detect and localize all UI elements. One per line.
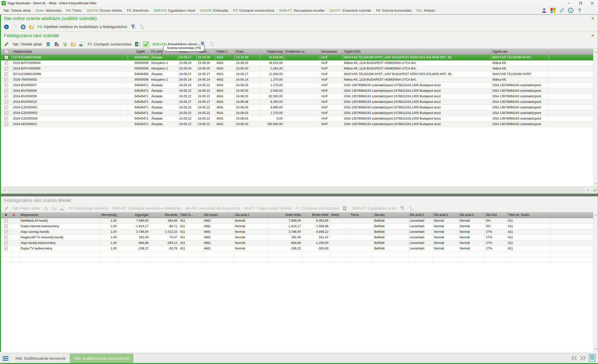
toolbar-action-kijeloltek-letoltese-es-tovabblepes-a-feldolgozashoz[interactable]: F9: Kijelöltek letöltése és továbblépés … [36,24,128,29]
item-row[interactable]: ✓Kiegészítő TV-műsordíj havidíj1,00261,0… [1,235,594,240]
select-all-checkbox[interactable]: ✓ [1,49,12,55]
checkbox-cell[interactable]: ✓ [1,223,11,229]
row-checkbox[interactable]: ✓ [4,236,8,239]
menu-item-oszlopok-szerkesztese[interactable]: F7: Oszlopok szerkesztése [231,9,277,12]
row-checkbox[interactable]: ✓ [5,78,8,81]
info-icon[interactable]: i [3,24,10,30]
help-icon[interactable]: ? [576,7,583,13]
panel-splitter[interactable] [1,194,598,196]
column-header-esed[interactable]: Esed... [235,49,260,55]
restore-button[interactable] [575,0,586,6]
menu-item-kilepes[interactable]: Esc: Kilépés [414,9,438,12]
column-header-afa-anal-3[interactable]: Áfa anal.3 [432,212,458,218]
delete-all-icon[interactable]: A [53,41,60,47]
checkbox-cell[interactable]: ✓ [1,94,12,99]
invoice-row[interactable]: ✓2023-BATV/00000400000006Készpénz-123.09… [1,60,594,66]
column-header-ugyfel-osa[interactable]: Ügyfél OSA [343,49,491,55]
row-checkbox[interactable]: ✓ [5,72,8,76]
tab-xml-konverzio-2[interactable]: XML Szállítószámla konverzió #2 [70,354,133,363]
invoice-row[interactable]: ✓2023-BATV/00000500000006Készpénz-123.09… [1,66,594,71]
toolbar-action-tetelek-ablak[interactable]: Tab: Tételek ablak [11,42,43,47]
column-header-eredeti-biz-sz[interactable]: Eredeti biz.sz. [284,49,320,55]
sync-icon[interactable] [559,7,565,13]
user-icon[interactable] [541,7,547,13]
items-vscrollbar[interactable] [593,212,598,352]
invoice-row[interactable]: ✓2024-TM/00000300000006Készpénz-124.05.1… [1,77,594,82]
checkbox-cell[interactable]: ✓ [1,116,12,121]
checkbox-cell[interactable]: ✓ [1,71,12,77]
column-header-tema[interactable]: Téma [349,212,373,218]
row-checkbox[interactable]: ✓ [4,247,8,250]
menu-item-osszes-torlese[interactable]: Ctrl+F3: Összes törlése [84,9,125,12]
chevron-up-icon[interactable] [593,49,598,54]
open-folder-icon[interactable] [28,24,35,30]
column-header-tetel-kh-fszam[interactable]: Tétel kh. fszám [507,212,550,218]
row-checkbox[interactable]: ✓ [4,224,8,228]
filter-icon[interactable] [130,24,136,30]
checkbox-cell[interactable]: ✓ [1,218,11,223]
info-circle-icon[interactable] [567,7,574,13]
row-checkbox[interactable]: ✓ [5,83,8,87]
open-folder-icon[interactable] [70,41,76,47]
checkbox-cell[interactable]: ✓ [1,110,12,116]
checkbox-cell[interactable]: ✓ [1,77,12,82]
confirm-check-icon[interactable] [592,187,598,194]
minimize-button[interactable] [563,0,575,6]
menu-item-elutasitott-szamlak[interactable]: Ctrl+F7: Elutasított számlák [327,9,374,12]
column-header-netto-ertek[interactable]: Nettó érték [268,212,302,218]
checkbox-cell[interactable]: ✓ [1,235,11,240]
item-row[interactable]: ✓Dupla Internet kedvezmény1,00-1.614,17-… [1,223,594,229]
convert-check-icon[interactable] [143,41,149,47]
column-header-megnevezes[interactable]: Megnevezés [19,212,99,218]
column-header-s[interactable]: S [11,212,19,218]
checkbox-cell[interactable]: ✓ [1,66,12,71]
invoices-panel-close-icon[interactable]: ✕ [590,33,595,38]
column-header-mennyiseg[interactable]: Mennyiség [99,212,118,218]
column-header-tetel-fs[interactable]: Tétel fs... [179,212,202,218]
invoice-row[interactable]: ✓2024-BV/00001054545471Átutalás24.05.272… [1,99,594,105]
invoice-row[interactable]: ✓537102198922008854545455Átutalás23.09.2… [1,55,594,60]
chevron-left-icon[interactable] [1,187,8,194]
column-header-afa-tart[interactable]: Áfa tart. [373,212,408,218]
checkbox-cell[interactable]: ✓ [1,246,11,251]
apps-grid-icon[interactable] [550,7,556,13]
row-checkbox[interactable]: ✓ [5,117,8,120]
menu-item-egyablakos-nezet[interactable]: Shift+F5: Egyablakos nézet [151,9,198,12]
checkbox-cell[interactable]: ✓ [1,105,12,110]
item-row[interactable]: ✓Alap havidíj kedvezmény1,00-944,88-255,… [1,240,594,246]
row-checkbox[interactable]: ✓ [5,111,8,115]
chevron-up-icon[interactable] [593,213,598,218]
checkbox-cell[interactable]: ✓ [1,82,12,88]
trash-icon[interactable] [45,41,51,47]
chevron-right-icon[interactable] [585,187,592,194]
row-checkbox[interactable]: ✓ [4,241,8,245]
hamburger-menu-icon[interactable] [0,354,11,363]
view-icon[interactable] [20,24,26,30]
row-checkbox[interactable]: ✓ [5,122,8,126]
chevron-down-icon[interactable] [593,346,598,351]
invoice-row[interactable]: ✓2024-BV/00000854545471Átutalás24.05.222… [1,88,594,94]
invoice-row[interactable]: ✓2024-CZI/00000254545471Átutalás24.05.22… [1,110,594,116]
column-header-devizanem[interactable]: Devizanem [320,49,343,55]
item-row[interactable]: ✓Alap csomag havidíj1,003.786,001.022,22… [1,229,594,235]
row-checkbox[interactable]: ✓ [4,230,8,234]
invoice-row[interactable]: ✓2024-CZI/00000354545471Átutalás24.05.22… [1,116,594,121]
close-button[interactable] [586,0,598,6]
checklist-icon[interactable] [61,41,68,47]
column-header-item[interactable] [550,212,594,218]
toolbar-action-oszlopok-szerkesztese[interactable]: F7: Oszlopok szerkesztése [86,42,132,47]
hscroll-track[interactable] [8,187,585,194]
checkbox-cell[interactable]: ✓ [1,55,12,60]
menu-item-ellenorzes[interactable]: F5: Ellenőrzés [125,9,151,12]
column-header-vegosszeg[interactable]: Végösszeg [260,49,284,55]
list-panel-icon[interactable] [589,354,595,362]
column-header-afa-anal-4[interactable]: Áfa anal.4 [458,212,485,218]
menu-item-szamla-konvertalas[interactable]: F9: Számla konvertálás [374,9,414,12]
column-header-afa-anal-1[interactable]: Áfa anal.1 [234,212,268,218]
checkbox-cell[interactable]: ✓ [1,240,11,246]
column-header-item[interactable] [548,49,594,55]
menu-item-torles[interactable]: F3: Törlés [64,9,84,12]
row-checkbox[interactable]: ✓ [5,56,8,59]
row-checkbox[interactable]: ✓ [5,67,8,70]
invoice-row[interactable]: ✓2024-ND/00000154545471Átutalás24.05.222… [1,121,594,127]
